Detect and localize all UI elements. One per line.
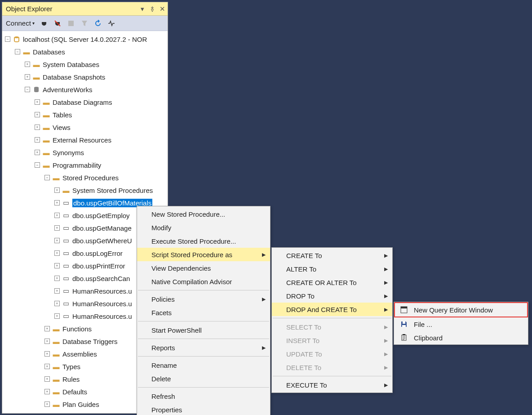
menu-new-query-editor-window[interactable]: New Query Editor Window	[395, 303, 527, 317]
clipboard-icon	[399, 334, 409, 341]
menu-execute-stored-procedure[interactable]: Execute Stored Procedure...	[137, 234, 270, 248]
toggle-icon[interactable]: +	[44, 364, 50, 369]
toggle-icon[interactable]: −	[15, 49, 20, 54]
tree-advworks[interactable]: −AdventureWorks	[2, 83, 168, 96]
tree-storedproc[interactable]: −▬Stored Procedures	[2, 171, 168, 184]
tree-views[interactable]: +▬Views	[2, 121, 168, 134]
menu-label: CREATE OR ALTER To	[286, 279, 357, 286]
toggle-icon[interactable]: +	[54, 225, 60, 231]
toggle-icon[interactable]: +	[35, 112, 40, 117]
tree-label: Database Diagrams	[53, 98, 112, 106]
menu-drop-and-create-to[interactable]: DROP And CREATE To▶	[272, 303, 392, 316]
tree-label: Assemblies	[62, 350, 97, 358]
svg-rect-5	[403, 321, 405, 324]
toggle-icon[interactable]: +	[25, 62, 30, 67]
toggle-icon[interactable]: −	[44, 175, 50, 180]
tree-databases[interactable]: −▬Databases	[2, 45, 168, 58]
menu-view-dependencies[interactable]: View Dependencies	[137, 261, 270, 275]
folder-icon: ▬	[53, 174, 60, 181]
menu-properties[interactable]: Properties	[137, 403, 270, 415]
menu-new-stored-procedure[interactable]: New Stored Procedure...	[137, 207, 270, 221]
connect-button[interactable]: Connect ▾	[6, 19, 35, 27]
toggle-icon[interactable]: +	[44, 339, 50, 344]
menu-execute-to[interactable]: EXECUTE To▶	[272, 378, 392, 392]
toggle-icon[interactable]: +	[44, 326, 50, 331]
tree-label: Defaults	[62, 388, 87, 396]
tree-extres[interactable]: +▬External Resources	[2, 134, 168, 146]
menu-create-to[interactable]: CREATE To▶	[272, 249, 392, 262]
tree-syn[interactable]: +▬Synonyms	[2, 146, 168, 159]
tree-label: Programmability	[53, 161, 101, 169]
toggle-icon[interactable]: +	[35, 99, 40, 105]
stored-procedure-icon: ▭	[62, 237, 70, 244]
stop-icon[interactable]	[67, 19, 75, 27]
tree-tables[interactable]: +▬Tables	[2, 108, 168, 121]
close-icon[interactable]: ✕	[159, 5, 166, 13]
menu-policies[interactable]: Policies▶	[137, 292, 270, 306]
tree-syssp[interactable]: +▬System Stored Procedures	[2, 184, 168, 196]
refresh-icon[interactable]	[94, 19, 102, 27]
plug-disconnect-icon[interactable]	[53, 19, 62, 27]
toggle-icon[interactable]: +	[54, 187, 60, 193]
menu-label: New Query Editor Window	[414, 306, 493, 314]
tree-sysdb[interactable]: +▬System Databases	[2, 58, 168, 71]
menu-drop-to[interactable]: DROP To▶	[272, 289, 392, 303]
toggle-icon[interactable]: +	[35, 125, 40, 130]
menu-label: ALTER To	[286, 265, 316, 273]
menu-reports[interactable]: Reports▶	[137, 341, 270, 354]
toggle-icon[interactable]: +	[54, 200, 60, 205]
menu-label: Delete	[151, 375, 171, 383]
toggle-icon[interactable]: +	[54, 250, 60, 256]
menu-file[interactable]: File ...	[394, 317, 528, 331]
menu-facets[interactable]: Facets	[137, 306, 270, 319]
toggle-icon[interactable]: +	[54, 213, 60, 218]
menu-native-compilation-advisor[interactable]: Native Compilation Advisor	[137, 275, 270, 288]
folder-icon: ▬	[43, 98, 50, 106]
toggle-icon[interactable]: −	[35, 162, 40, 168]
toggle-icon[interactable]: +	[54, 301, 60, 306]
tree-label: System Databases	[43, 61, 99, 68]
toggle-icon[interactable]: +	[25, 74, 30, 80]
dropdown-icon[interactable]: ▾	[139, 5, 146, 13]
menu-insert-to: INSERT To▶	[272, 334, 392, 347]
plug-connect-icon[interactable]	[40, 19, 48, 27]
toggle-icon[interactable]: +	[54, 288, 60, 294]
tree-dbdiag[interactable]: +▬Database Diagrams	[2, 96, 168, 108]
menu-rename[interactable]: Rename	[137, 358, 270, 372]
stored-procedure-icon: ▭	[62, 300, 70, 307]
toggle-icon[interactable]: +	[54, 313, 60, 319]
tree-label: External Resources	[53, 136, 111, 144]
toggle-icon[interactable]: −	[25, 87, 30, 92]
activity-icon[interactable]	[107, 19, 115, 27]
filter-icon[interactable]	[80, 19, 89, 27]
tree-prog[interactable]: −▬Programmability	[2, 159, 168, 171]
menu-refresh[interactable]: Refresh	[137, 389, 270, 403]
toggle-icon[interactable]: +	[35, 150, 40, 155]
toggle-icon[interactable]: +	[44, 376, 50, 382]
toggle-icon[interactable]: +	[44, 402, 50, 407]
toggle-icon[interactable]: +	[35, 137, 40, 143]
menu-script-stored-procedure-as[interactable]: Script Stored Procedure as▶	[137, 248, 270, 261]
menu-alter-to[interactable]: ALTER To▶	[272, 262, 392, 276]
query-window-icon	[399, 306, 409, 313]
menu-modify[interactable]: Modify	[137, 221, 270, 234]
toggle-icon[interactable]: +	[44, 351, 50, 357]
tree-server[interactable]: −localhost (SQL Server 14.0.2027.2 - NOR	[2, 33, 168, 45]
submenu-arrow-icon: ▶	[384, 324, 388, 330]
menu-create-or-alter-to[interactable]: CREATE OR ALTER To▶	[272, 276, 392, 289]
toggle-icon[interactable]: +	[54, 276, 60, 281]
toggle-icon[interactable]: +	[44, 389, 50, 394]
highlighted-menu-option: New Query Editor Window	[394, 302, 528, 317]
menu-separator	[273, 318, 391, 318]
tree-label: Databases	[33, 48, 65, 56]
toggle-icon[interactable]: −	[5, 36, 10, 42]
tree-label: Views	[53, 124, 71, 131]
toggle-icon[interactable]: +	[54, 238, 60, 243]
pin-icon[interactable]	[149, 5, 156, 13]
toggle-icon[interactable]: +	[54, 263, 60, 268]
menu-clipboard[interactable]: Clipboard	[394, 331, 528, 344]
tree-dbsnap[interactable]: +▬Database Snapshots	[2, 71, 168, 83]
menu-start-powershell[interactable]: Start PowerShell	[137, 323, 270, 337]
menu-delete[interactable]: Delete	[137, 372, 270, 385]
folder-icon: ▬	[43, 136, 50, 143]
